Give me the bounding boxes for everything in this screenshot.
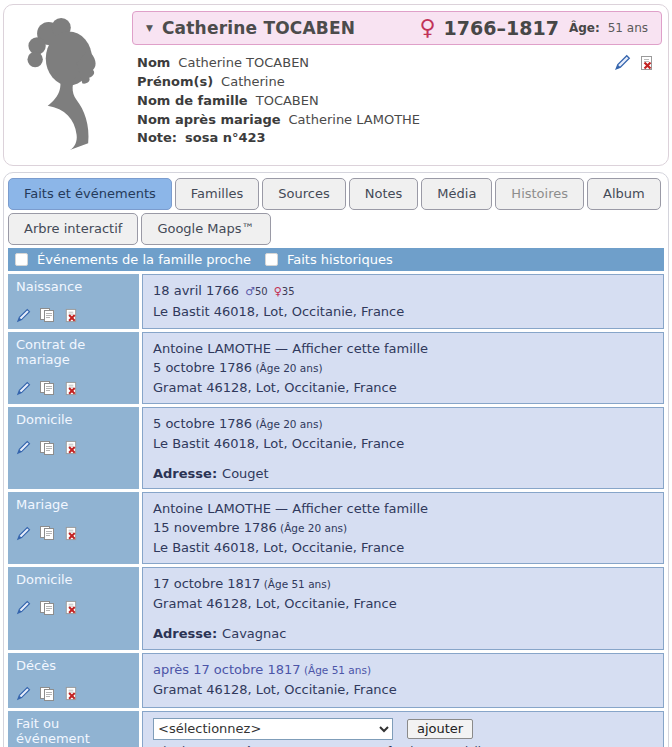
family-events-checkbox[interactable] [15,253,28,266]
age-suffix: (Âge 20 ans) [277,522,347,534]
tab-google-maps[interactable]: Google Maps™ [141,213,270,245]
event-content-cell: 18 avril 1766♂50♀35Le Bastit 46018, Lot,… [142,274,664,329]
edit-icon[interactable] [16,686,31,701]
edit-name-icon[interactable] [614,54,631,71]
tab-album[interactable]: Album [587,178,661,210]
event-row-décès: Décèsaprès 17 octobre 1817 (Âge 51 ans)G… [8,653,664,708]
event-detail-line: Le Bastit 46018, Lot, Occitanie, France [153,303,653,321]
event-text: Gramat 46128, Lot, Occitanie, France [153,596,397,611]
event-type-label: Domicile [16,572,131,587]
event-detail-line: 18 avril 1766♂50♀35 [153,282,653,300]
delete-icon[interactable] [63,600,78,615]
female-silhouette-icon [13,14,119,156]
female-gender-icon: ♀ [419,17,435,39]
event-text: Le Bastit 46018, Lot, Occitanie, France [153,540,404,555]
copy-icon[interactable] [39,307,55,323]
historical-facts-label: Faits historiques [287,252,393,267]
copy-icon[interactable] [39,525,55,541]
family-link[interactable]: Antoine LAMOTHE — Afficher cette famille [153,501,428,516]
event-detail-line: Gramat 46128, Lot, Occitanie, France [153,379,653,397]
copy-icon[interactable] [39,380,55,396]
event-label-cell: Domicile [8,567,139,650]
event-detail-line: Antoine LAMOTHE — Afficher cette famille [153,500,653,518]
delete-icon[interactable] [63,440,78,455]
tab-média[interactable]: Média [421,178,492,210]
address-label: Adresse: [153,626,217,641]
event-detail-line: Le Bastit 46018, Lot, Occitanie, France [153,435,653,453]
copy-icon[interactable] [39,686,55,702]
event-detail-line: Le Bastit 46018, Lot, Occitanie, France [153,539,653,557]
event-text: Cavagnac [222,626,286,641]
event-type-label: Contrat de mariage [16,337,131,367]
age-suffix: (Âge 51 ans) [301,664,371,676]
lifespan: 1766–1817 [444,17,559,39]
copy-icon[interactable] [39,600,55,616]
event-content-cell: Antoine LAMOTHE — Afficher cette famille… [142,332,664,404]
event-detail-line: 15 novembre 1786 (Âge 20 ans) [153,519,653,537]
edit-icon[interactable] [16,440,31,455]
detail-nom: NomCatherine TOCABEN [137,54,662,73]
main-card: Faits et événementsFamillesSourcesNotesM… [3,172,669,747]
historical-facts-checkbox[interactable] [265,253,278,266]
event-text: 15 novembre 1786 [153,520,277,535]
event-detail-line: 5 octobre 1786 (Âge 20 ans) [153,415,653,433]
event-content-cell: Antoine LAMOTHE — Afficher cette famille… [142,492,664,564]
tab-faits-et-événements[interactable]: Faits et événements [8,178,172,210]
event-label-cell: Contrat de mariage [8,332,139,404]
event-detail-line: Gramat 46128, Lot, Occitanie, France [153,681,653,699]
event-text: Gramat 46128, Lot, Occitanie, France [153,380,397,395]
event-text: après 17 octobre 1817 [153,662,301,677]
event-text: Le Bastit 46018, Lot, Occitanie, France [153,436,404,451]
event-label-cell: Mariage [8,492,139,564]
event-detail-line: 5 octobre 1786 (Âge 20 ans) [153,359,653,377]
detail-prenoms: Prénom(s)Catherine [137,73,662,92]
edit-icon[interactable] [16,600,31,615]
event-detail-line: Adresse:Couget [153,465,653,483]
family-link[interactable]: Antoine LAMOTHE — Afficher cette famille [153,341,428,356]
name-details: NomCatherine TOCABEN Prénom(s)Catherine … [132,54,662,148]
female-symbol-icon: ♀ [274,285,282,298]
event-text: Couget [222,466,269,481]
edit-icon[interactable] [16,308,31,323]
delete-icon[interactable] [63,686,78,701]
event-text: 5 octobre 1786 [153,416,252,431]
event-content-cell: 17 octobre 1817 (Âge 51 ans)Gramat 46128… [142,567,664,650]
delete-icon[interactable] [63,526,78,541]
address-label: Adresse: [153,466,217,481]
tab-arbre-interactif[interactable]: Arbre interactif [8,213,138,245]
edit-icon[interactable] [16,526,31,541]
add-fact-label: Fait ou événement [16,716,90,746]
detail-nom-de-famille: Nom de familleTOCABEN [137,92,662,111]
filter-bar: Événements de la famille proche Faits hi… [8,248,664,271]
edit-icon[interactable] [16,381,31,396]
delete-icon[interactable] [63,381,78,396]
tab-histoires[interactable]: Histoires [495,178,584,210]
event-text: 5 octobre 1786 [153,360,252,375]
male-symbol-icon: ♂ [245,285,255,298]
male-parent-age: ♂50 [245,286,268,297]
detail-nom-apres-mariage: Nom après mariageCatherine LAMOTHE [137,111,662,130]
family-events-label: Événements de la famille proche [37,252,251,267]
add-fact-button[interactable]: ajouter [407,719,473,739]
detail-note: Note:sosa n°423 [137,129,662,148]
event-text: 17 octobre 1817 [153,576,260,591]
event-label-cell: Domicile [8,407,139,490]
event-row-mariage: MariageAntoine LAMOTHE — Afficher cette … [8,492,664,564]
copy-icon[interactable] [39,440,55,456]
female-parent-age: ♀35 [274,286,295,297]
event-type-label: Mariage [16,497,131,512]
event-label-cell: Décès [8,653,139,708]
tab-sources[interactable]: Sources [262,178,345,210]
delete-icon[interactable] [63,308,78,323]
fact-select[interactable]: <sélectionnez> [153,718,393,740]
add-fact-row: Fait ou événement <sélectionnez> ajouter… [8,711,664,747]
event-row-domicile: Domicile17 octobre 1817 (Âge 51 ans)Gram… [8,567,664,650]
event-detail-line: Antoine LAMOTHE — Afficher cette famille [153,340,653,358]
tab-familles[interactable]: Familles [175,178,260,210]
delete-name-icon[interactable] [638,55,654,71]
tab-notes[interactable]: Notes [349,178,419,210]
age-suffix: (Âge 20 ans) [252,362,322,374]
event-row-domicile: Domicile5 octobre 1786 (Âge 20 ans)Le Ba… [8,407,664,490]
person-header: ▼ Catherine TOCABEN ♀ 1766–1817 Âge: 51 … [132,11,662,45]
collapse-caret-icon[interactable]: ▼ [146,23,153,33]
